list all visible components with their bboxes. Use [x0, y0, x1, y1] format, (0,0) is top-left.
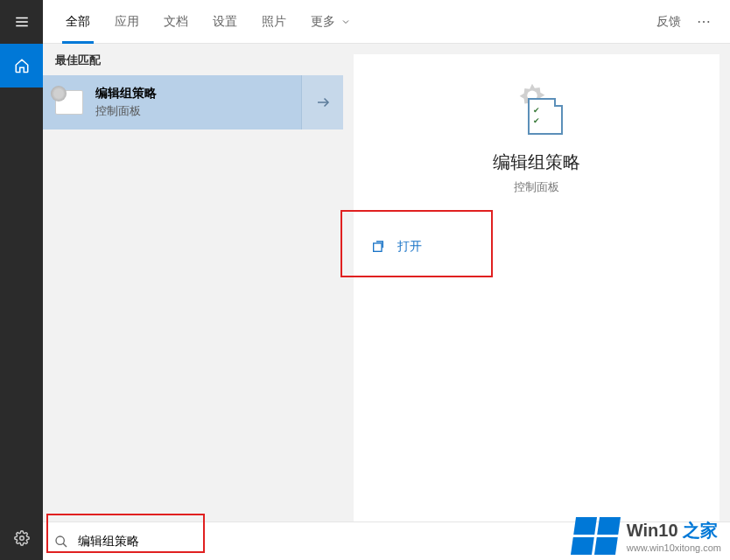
chevron-down-icon [340, 17, 351, 27]
home-icon [14, 58, 30, 74]
section-best-match: 最佳匹配 [43, 44, 343, 75]
arrow-right-icon [315, 94, 331, 110]
svg-point-3 [19, 536, 24, 541]
tab-more[interactable]: 更多 [298, 0, 363, 44]
gear-icon [14, 530, 30, 546]
tab-more-label: 更多 [311, 14, 335, 30]
detail-subtitle: 控制面板 [514, 179, 559, 195]
tab-documents[interactable]: 文档 [151, 0, 200, 44]
tab-all[interactable]: 全部 [53, 0, 102, 44]
result-app-icon [43, 90, 95, 115]
detail-panel: ✔✔ 编辑组策略 控制面板 打开 [354, 54, 719, 550]
svg-point-7 [56, 536, 64, 544]
result-title: 编辑组策略 [95, 86, 301, 102]
open-label: 打开 [397, 239, 422, 255]
detail-app-icon: ✔✔ [510, 80, 563, 135]
tab-settings[interactable]: 设置 [200, 0, 249, 44]
home-button[interactable] [0, 44, 43, 88]
overflow-menu[interactable]: ⋯ [690, 13, 719, 30]
windows-logo-icon [571, 517, 621, 555]
open-action[interactable]: 打开 [371, 230, 702, 263]
settings-button[interactable] [0, 516, 43, 560]
search-result-item[interactable]: 编辑组策略 控制面板 [43, 75, 343, 130]
svg-line-8 [63, 543, 67, 547]
detail-title: 编辑组策略 [493, 150, 580, 174]
feedback-link[interactable]: 反馈 [648, 14, 690, 30]
result-expand-button[interactable] [301, 75, 343, 130]
tab-photos[interactable]: 照片 [249, 0, 298, 44]
result-subtitle: 控制面板 [95, 103, 301, 119]
tab-apps[interactable]: 应用 [102, 0, 151, 44]
menu-icon [14, 14, 30, 30]
search-icon [52, 535, 71, 549]
svg-rect-6 [374, 243, 382, 251]
hamburger-menu[interactable] [0, 0, 43, 44]
watermark: Win10 之家 www.win10xitong.com [573, 517, 721, 555]
open-icon [371, 240, 385, 254]
